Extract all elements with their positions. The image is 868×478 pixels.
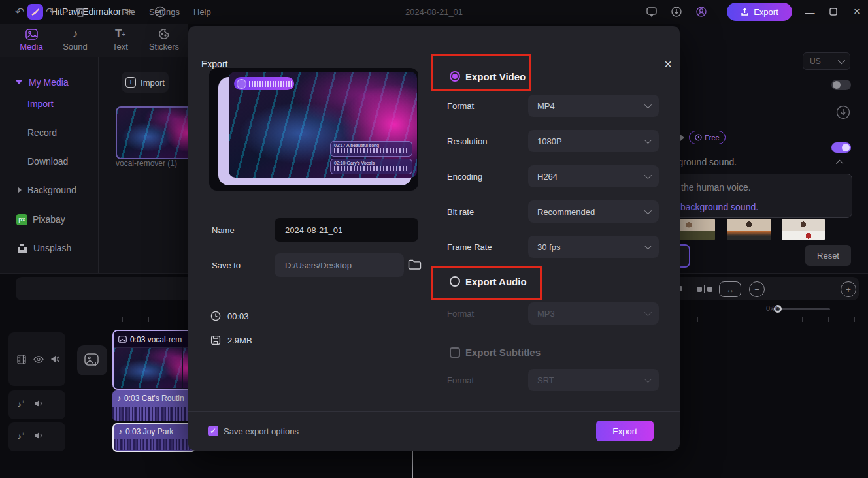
close-button[interactable]: × [851, 6, 863, 18]
media-item-name: vocal-remover (1) [116, 159, 177, 168]
zoom-out-icon[interactable]: − [749, 281, 765, 297]
sidebar-item-pixabay[interactable]: px Pixabay [0, 210, 98, 229]
import-media-button[interactable]: + Import [122, 72, 169, 93]
text-icon: T+ [102, 26, 139, 42]
minimize-button[interactable]: — [804, 6, 816, 18]
speaker-icon[interactable] [34, 399, 44, 408]
export-confirm-button[interactable]: Export [596, 421, 654, 441]
annotation-export-audio [431, 266, 542, 300]
tab-label: Sound [57, 42, 93, 52]
clip-label: 0:03 vocal-rem [114, 331, 197, 347]
export-subtitles-title: Export Subtitles [465, 347, 541, 358]
menu-help[interactable]: Help [193, 7, 211, 17]
option-human-voice[interactable]: the human voice. [681, 182, 751, 193]
stickers-icon [146, 26, 182, 42]
app-window: HitPaw Edimakor File Settings Help 2024-… [0, 0, 868, 478]
encoding-dropdown[interactable]: H264 [528, 165, 659, 187]
sidebar-item-record[interactable]: Record [0, 123, 98, 142]
speaker-icon[interactable] [50, 355, 60, 364]
folder-browse-icon[interactable] [408, 259, 422, 270]
add-image-icon [84, 353, 101, 368]
download-icon[interactable] [671, 6, 682, 18]
feature-toggle-on[interactable] [831, 142, 851, 153]
speaker-icon[interactable] [34, 431, 44, 440]
chevron-down-icon [644, 207, 652, 214]
subtitle-format-label: Format [447, 375, 474, 385]
chevron-right-icon [18, 187, 22, 193]
timeline-clip-audio-selected[interactable]: ♪ 0:03 Joy Park [112, 423, 196, 452]
sidebar-item-import[interactable]: Import [0, 94, 98, 114]
magnet-snap-icon[interactable] [697, 286, 712, 293]
chevron-down-icon [644, 375, 652, 383]
delete-icon[interactable] [74, 0, 87, 24]
preview-audio-badge [234, 77, 294, 90]
music-note-icon[interactable]: ♪+ [17, 431, 25, 441]
sidebar-item-my-media[interactable]: My Media [0, 72, 98, 92]
chevron-down-icon [644, 309, 652, 316]
clip-label: ♪ 0:03 Joy Park [114, 424, 195, 439]
chevron-right-icon [680, 135, 684, 141]
avatar[interactable] [727, 219, 771, 240]
fit-timeline-icon[interactable]: ↔ [719, 281, 741, 297]
music-note-icon[interactable]: ♪+ [17, 399, 25, 409]
chevron-down-icon [644, 101, 652, 108]
toolbar-divider [105, 281, 105, 296]
region-dropdown[interactable]: US [803, 52, 850, 70]
export-button-top[interactable]: Export [727, 3, 792, 21]
format-dropdown[interactable]: MP4 [528, 95, 659, 117]
dialog-close-icon[interactable]: × [660, 56, 676, 72]
format-label: Format [447, 101, 474, 111]
save-to-input[interactable]: D:/Users/Desktop [275, 253, 404, 277]
split-icon[interactable]: ✂ [122, 0, 135, 24]
sidebar-item-unsplash[interactable]: Unsplash [0, 238, 98, 258]
bitrate-label: Bit rate [447, 207, 474, 217]
subtitle-format-dropdown[interactable]: SRT [528, 369, 659, 391]
tab-media[interactable]: Media [13, 26, 50, 52]
music-note-icon: ♪ [117, 394, 121, 403]
chevron-down-icon [837, 56, 844, 63]
film-icon[interactable] [17, 355, 26, 364]
option-toggle-off[interactable] [831, 80, 851, 90]
audio-format-dropdown[interactable]: MP3 [528, 302, 659, 325]
free-badge: Free [689, 131, 726, 144]
account-icon[interactable] [695, 6, 707, 18]
clock-icon [210, 311, 221, 321]
media-thumbnail[interactable] [116, 106, 199, 159]
undo-icon[interactable]: ↶ [13, 0, 26, 24]
redo-icon[interactable]: ↷ [44, 0, 57, 24]
download-circle-icon[interactable] [835, 104, 851, 120]
sidebar-item-download[interactable]: Download [0, 151, 98, 171]
tab-text[interactable]: T+ Text [102, 26, 139, 52]
tab-sound[interactable]: ♪ Sound [57, 26, 93, 52]
zoom-in-icon[interactable]: + [841, 281, 856, 297]
clip-label: ♪ 0:03 Cat's Routin [112, 390, 196, 406]
pixabay-icon: px [16, 214, 27, 225]
media-icon [118, 336, 127, 343]
export-subtitles-checkbox[interactable] [450, 347, 460, 358]
avatar[interactable] [782, 219, 825, 240]
chevron-down-icon [644, 242, 652, 249]
tab-label: Stickers [146, 42, 182, 52]
project-title: 2024-08-21_01 [395, 7, 473, 17]
timeline-clip-audio[interactable]: ♪ 0:03 Cat's Routin [112, 390, 196, 421]
maximize-button[interactable] [827, 6, 839, 18]
eye-icon[interactable] [33, 355, 44, 364]
framerate-dropdown[interactable]: 30 fps [528, 236, 659, 258]
save-options-checkbox[interactable]: ✓ [208, 426, 218, 436]
reset-button[interactable]: Reset [805, 245, 851, 266]
timeline-clip-video[interactable]: 0:03 vocal-rem [112, 330, 199, 390]
option-background-sound[interactable]: background sound. [680, 202, 758, 212]
resolution-dropdown[interactable]: 1080P [528, 130, 659, 152]
tab-stickers[interactable]: Stickers [146, 26, 182, 52]
export-file-size: 2.9MB [227, 336, 252, 345]
name-input[interactable]: 2024-08-21_01 [275, 218, 418, 242]
audio-format-label: Format [447, 309, 474, 319]
bitrate-dropdown[interactable]: Recommended [528, 200, 659, 223]
speed-icon[interactable] [153, 0, 167, 24]
save-options-label: Save export options [224, 426, 299, 436]
feedback-icon[interactable] [646, 6, 658, 18]
add-media-button[interactable] [77, 345, 107, 375]
timeline-zoom-slider[interactable] [771, 308, 830, 310]
annotation-export-video [431, 54, 531, 91]
sidebar-item-background[interactable]: Background [0, 180, 98, 200]
